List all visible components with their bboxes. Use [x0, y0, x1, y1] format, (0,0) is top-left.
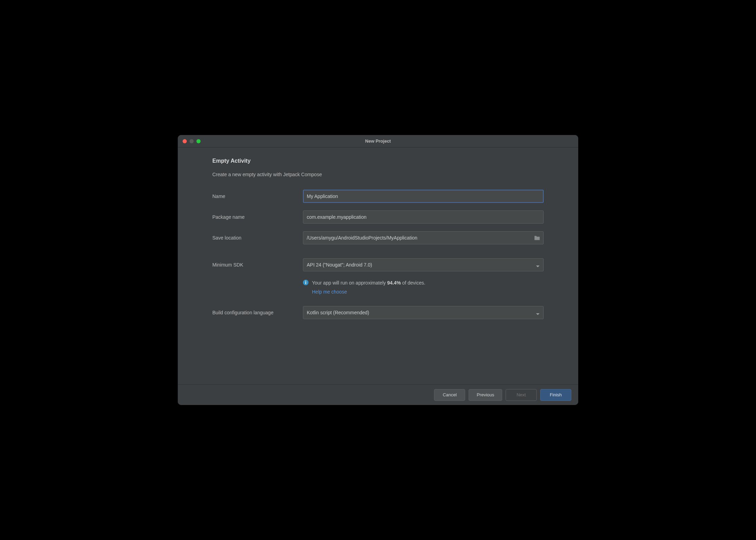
name-row: Name — [212, 190, 544, 203]
package-name-input[interactable] — [303, 210, 544, 224]
close-window-button[interactable] — [183, 139, 187, 143]
buildlang-row: Build configuration language Kotlin scri… — [212, 306, 544, 319]
build-language-select[interactable]: Kotlin script (Recommended) — [303, 306, 544, 319]
minimize-window-button[interactable] — [190, 139, 194, 143]
package-label: Package name — [212, 214, 303, 220]
help-me-choose-link[interactable]: Help me choose — [312, 288, 425, 296]
save-location-input[interactable] — [303, 231, 544, 244]
minimum-sdk-value: API 24 ("Nougat"; Android 7.0) — [307, 262, 372, 268]
chevron-down-icon — [536, 263, 540, 266]
browse-folder-icon[interactable] — [534, 235, 540, 240]
window-controls — [183, 139, 201, 143]
build-language-value: Kotlin script (Recommended) — [307, 310, 369, 315]
sdk-label: Minimum SDK — [212, 262, 303, 268]
name-input[interactable] — [303, 190, 544, 203]
location-row: Save location — [212, 231, 544, 244]
chevron-down-icon — [536, 311, 540, 314]
page-heading: Empty Activity — [212, 158, 544, 164]
page-description: Create a new empty activity with Jetpack… — [212, 172, 544, 177]
next-button: Next — [506, 389, 537, 401]
buildlang-label: Build configuration language — [212, 310, 303, 315]
svg-rect-1 — [305, 282, 306, 284]
dialog-content: Empty Activity Create a new empty activi… — [178, 147, 578, 384]
svg-point-2 — [305, 281, 306, 281]
previous-button[interactable]: Previous — [469, 389, 502, 401]
sdk-info-percent: 94.4% — [387, 280, 401, 286]
cancel-button[interactable]: Cancel — [434, 389, 465, 401]
new-project-dialog: New Project Empty Activity Create a new … — [178, 135, 578, 405]
window-title: New Project — [178, 138, 578, 144]
dialog-footer: Cancel Previous Next Finish — [178, 384, 578, 405]
info-icon — [303, 280, 308, 285]
package-row: Package name — [212, 210, 544, 224]
maximize-window-button[interactable] — [196, 139, 201, 143]
sdk-info: Your app will run on approximately 94.4%… — [303, 279, 544, 296]
finish-button[interactable]: Finish — [540, 389, 571, 401]
sdk-info-suffix: of devices. — [401, 280, 425, 286]
sdk-info-text: Your app will run on approximately 94.4%… — [312, 279, 425, 296]
titlebar: New Project — [178, 135, 578, 147]
sdk-row: Minimum SDK API 24 ("Nougat"; Android 7.… — [212, 258, 544, 271]
minimum-sdk-select[interactable]: API 24 ("Nougat"; Android 7.0) — [303, 258, 544, 271]
name-label: Name — [212, 194, 303, 199]
sdk-info-prefix: Your app will run on approximately — [312, 280, 387, 286]
location-label: Save location — [212, 235, 303, 241]
